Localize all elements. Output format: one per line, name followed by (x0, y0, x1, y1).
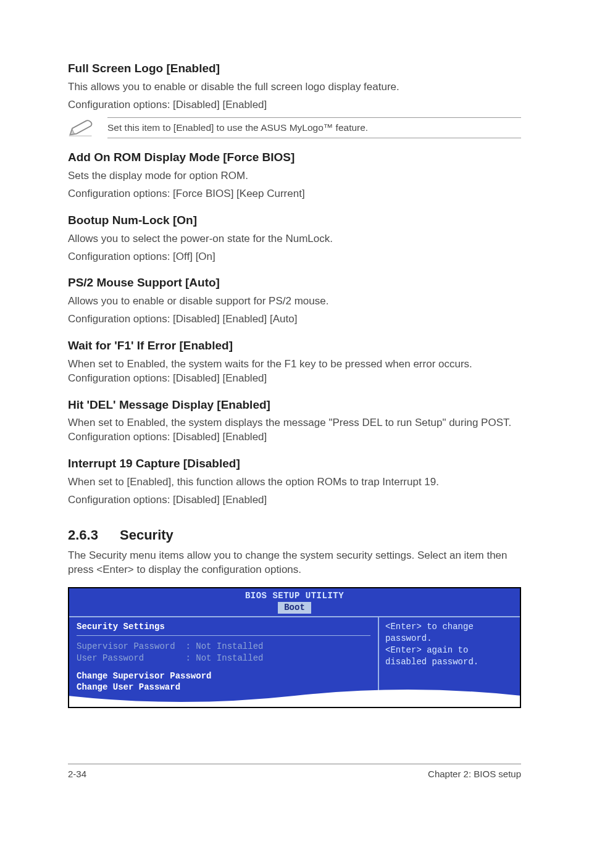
page-number: 2-34 (68, 768, 86, 780)
heading-int19: Interrupt 19 Capture [Disabled] (68, 456, 521, 472)
body-text: Configuration options: [Disabled] [Enabl… (68, 98, 521, 112)
note-text: Set this item to [Enabled] to use the AS… (107, 117, 521, 139)
bios-help-pane: <Enter> to change password. <Enter> agai… (379, 617, 520, 707)
body-text: Allows you to select the power-on state … (68, 232, 521, 246)
pencil-note-icon (68, 119, 94, 137)
body-text: The Security menu items allow you to cha… (68, 549, 521, 577)
section-number: 2.6.3 (68, 526, 120, 545)
heading-fullscreen: Full Screen Logo [Enabled] (68, 61, 521, 77)
bios-row-supervisor: Supervisor Password : Not Installed (77, 641, 370, 653)
bios-tab-row: Boot (69, 602, 520, 616)
heading-addonrom: Add On ROM Display Mode [Force BIOS] (68, 149, 521, 165)
body-text: Configuration options: [Off] [On] (68, 250, 521, 264)
bios-item-change-user[interactable]: Change User Passward (77, 682, 370, 693)
body-text: When set to Enabled, the system waits fo… (68, 357, 521, 386)
page-footer: 2-34 Chapter 2: BIOS setup (68, 768, 521, 780)
heading-waitf1: Wait for 'F1' If Error [Enabled] (68, 338, 521, 354)
bios-help-text: <Enter> to change password. <Enter> agai… (385, 621, 514, 668)
bios-item-change-supervisor[interactable]: Change Supervisor Password (77, 670, 370, 682)
body-text: Sets the display mode for option ROM. (68, 169, 521, 183)
bios-left-pane: Security Settings Supervisor Password : … (69, 617, 379, 707)
body-text: Configuration options: [Disabled] [Enabl… (68, 493, 521, 507)
bios-row-user: User Password : Not Installed (77, 653, 370, 664)
body-text: This allows you to enable or disable the… (68, 80, 521, 94)
note-row: Set this item to [Enabled] to use the AS… (68, 117, 521, 139)
bios-screenshot: BIOS SETUP UTILITY Boot Security Setting… (68, 587, 521, 708)
section-title: Security (120, 527, 173, 543)
heading-numlock: Bootup Num-Lock [On] (68, 212, 521, 228)
section-heading-security: 2.6.3Security (68, 526, 521, 545)
body-text: When set to [Enabled], this function all… (68, 475, 521, 490)
heading-del: Hit 'DEL' Message Display [Enabled] (68, 397, 521, 413)
body-text: Configuration options: [Force BIOS] [Kee… (68, 187, 521, 201)
chapter-label: Chapter 2: BIOS setup (428, 768, 521, 780)
bios-tab-boot[interactable]: Boot (278, 602, 311, 614)
heading-ps2: PS/2 Mouse Support [Auto] (68, 275, 521, 291)
bios-title: BIOS SETUP UTILITY (69, 588, 520, 602)
body-text: Allows you to enable or disable support … (68, 294, 521, 309)
bios-heading: Security Settings (77, 621, 370, 633)
footer-divider (68, 764, 521, 764)
body-text: Configuration options: [Disabled] [Enabl… (68, 312, 521, 327)
body-text: When set to Enabled, the system displays… (68, 416, 521, 444)
